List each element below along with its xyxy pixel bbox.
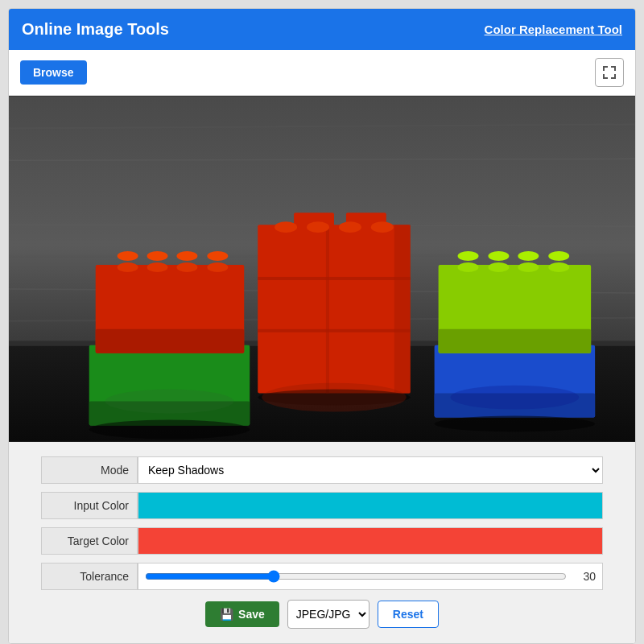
svg-point-59 — [518, 251, 539, 261]
input-color-swatch[interactable] — [138, 492, 603, 519]
input-color-input-wrapper[interactable] — [138, 492, 603, 519]
fullscreen-button[interactable] — [595, 58, 624, 87]
svg-point-60 — [548, 251, 569, 261]
mode-select[interactable]: Keep Shadows Replace Color Hue Shift — [138, 456, 603, 484]
target-color-row: Target Color — [41, 527, 603, 555]
format-select[interactable]: JPEG/JPG PNG WEBP GIF — [287, 600, 369, 629]
svg-rect-1 — [603, 66, 605, 71]
svg-rect-7 — [614, 74, 616, 79]
svg-point-29 — [118, 251, 138, 261]
fullscreen-icon — [601, 64, 617, 80]
header: Online Image Tools Color Replacement Too… — [9, 9, 635, 50]
svg-point-25 — [118, 262, 138, 272]
svg-point-41 — [307, 221, 329, 233]
svg-point-26 — [147, 262, 168, 272]
svg-point-42 — [339, 221, 361, 233]
svg-point-58 — [488, 251, 509, 261]
action-row: 💾 Save JPEG/JPG PNG WEBP GIF Reset — [41, 600, 603, 629]
lego-image — [9, 96, 635, 442]
svg-point-28 — [207, 262, 228, 272]
svg-point-62 — [105, 390, 234, 414]
svg-rect-52 — [439, 329, 592, 353]
svg-point-31 — [176, 251, 197, 261]
image-area — [9, 96, 635, 442]
save-label: Save — [238, 608, 265, 621]
tolerance-row: Tolerance 30 — [41, 563, 603, 590]
controls-panel: Mode Keep Shadows Replace Color Hue Shif… — [9, 442, 635, 643]
app-title: Online Image Tools — [22, 20, 169, 39]
reset-button[interactable]: Reset — [378, 601, 439, 628]
mode-input-wrapper: Keep Shadows Replace Color Hue Shift — [138, 456, 603, 484]
app-container: Online Image Tools Color Replacement Too… — [8, 8, 636, 644]
svg-point-55 — [518, 262, 539, 272]
svg-point-53 — [458, 262, 479, 272]
svg-rect-37 — [326, 225, 329, 393]
tolerance-value: 30 — [573, 570, 596, 583]
tolerance-wrapper: 30 — [138, 563, 603, 590]
svg-point-40 — [275, 221, 297, 233]
svg-rect-3 — [614, 66, 616, 71]
svg-rect-44 — [394, 225, 411, 393]
svg-point-63 — [262, 383, 407, 412]
svg-point-61 — [435, 416, 595, 432]
svg-point-54 — [488, 262, 509, 272]
svg-rect-5 — [603, 74, 605, 79]
target-color-swatch[interactable] — [138, 527, 603, 555]
input-color-row: Input Color — [41, 492, 603, 519]
input-color-label: Input Color — [41, 492, 138, 519]
target-color-display — [138, 528, 602, 554]
svg-rect-35 — [258, 277, 411, 280]
tool-name-link[interactable]: Color Replacement Tool — [485, 23, 622, 36]
toolbar: Browse — [9, 50, 635, 96]
svg-point-27 — [176, 262, 197, 272]
save-button[interactable]: 💾 Save — [205, 601, 279, 627]
tolerance-label: Tolerance — [41, 563, 138, 590]
svg-rect-36 — [258, 329, 411, 332]
target-color-label: Target Color — [41, 527, 138, 555]
svg-point-33 — [89, 420, 250, 440]
floppy-icon: 💾 — [220, 608, 233, 621]
mode-row: Mode Keep Shadows Replace Color Hue Shif… — [41, 456, 603, 484]
browse-button[interactable]: Browse — [20, 60, 87, 85]
svg-point-43 — [371, 221, 394, 233]
svg-point-64 — [451, 386, 580, 410]
target-color-input-wrapper[interactable] — [138, 527, 603, 555]
svg-rect-24 — [96, 329, 245, 353]
svg-point-32 — [207, 251, 228, 261]
svg-point-57 — [458, 251, 479, 261]
tolerance-slider[interactable] — [145, 570, 567, 583]
svg-rect-34 — [258, 225, 411, 393]
mode-label: Mode — [41, 456, 138, 484]
input-color-display — [138, 493, 602, 518]
svg-point-56 — [548, 262, 569, 272]
svg-point-30 — [147, 251, 168, 261]
